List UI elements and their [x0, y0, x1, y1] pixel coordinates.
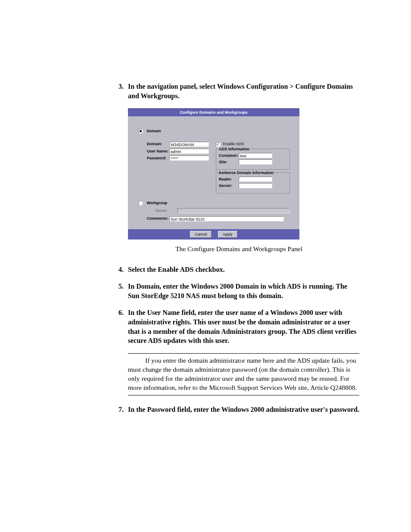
step-5: 5. In Domain, enter the Windows 2000 Dom…: [118, 282, 359, 300]
step-number: 7.: [118, 405, 128, 414]
step-text: In the Password field, enter the Windows…: [128, 405, 359, 414]
ads-information-fieldset: ADS Information Container: test Site:: [216, 149, 290, 170]
password-label: Password:: [147, 156, 169, 161]
panel-footer: Cancel Apply: [128, 229, 299, 240]
configure-panel-screenshot: Configure Domains and Workgroups Domain …: [128, 108, 299, 240]
site-input[interactable]: [239, 159, 272, 165]
domain-radio-row: Domain: [138, 128, 290, 134]
container-label: Container:: [219, 153, 239, 158]
kerberos-fieldset: Kerberos Domain Information Realm: Serve…: [216, 172, 290, 193]
site-label: Site:: [219, 159, 239, 165]
step-text: In Domain, enter the Windows 2000 Domain…: [128, 282, 359, 300]
step-7: 7. In the Password field, enter the Wind…: [118, 405, 359, 414]
panel-title: Configure Domains and Workgroups: [128, 109, 299, 116]
step-text: Select the Enable ADS checkbox.: [128, 265, 359, 274]
comments-label: Comments:: [147, 216, 169, 221]
container-input[interactable]: test: [239, 153, 272, 158]
step-4: 4. Select the Enable ADS checkbox.: [118, 265, 359, 274]
cancel-button[interactable]: Cancel: [190, 231, 212, 238]
document-page: 3. In the navigation panel, select Windo…: [0, 0, 411, 448]
workgroup-radio-label: Workgroup: [147, 201, 168, 205]
step-text: In the User Name field, enter the user n…: [128, 308, 359, 345]
apply-button[interactable]: Apply: [218, 231, 237, 238]
realm-label: Realm:: [219, 177, 239, 182]
domain-input[interactable]: W34DOMAIN: [169, 142, 209, 147]
step-6: 6. In the User Name field, enter the use…: [118, 308, 359, 345]
enable-ads-label: Enable ADS: [223, 142, 244, 146]
step-text: In the navigation panel, select Windows …: [128, 82, 359, 100]
password-input[interactable]: *****: [169, 156, 209, 161]
workgroup-radio[interactable]: [138, 201, 143, 205]
workgroup-radio-row: Workgroup: [138, 200, 290, 205]
step-number: 6.: [118, 308, 128, 317]
domain-radio-label: Domain: [147, 129, 161, 133]
step-number: 3.: [118, 82, 128, 91]
server-label: Server:: [219, 183, 239, 188]
server-input[interactable]: [239, 183, 272, 188]
figure-caption: The Configure Domains and Workgroups Pan…: [118, 245, 359, 254]
step-number: 5.: [118, 282, 128, 291]
username-label: User Name:: [147, 149, 169, 154]
username-input[interactable]: admin: [169, 149, 209, 154]
realm-input[interactable]: [239, 177, 272, 182]
domain-radio[interactable]: [138, 129, 143, 134]
kerberos-legend: Kerberos Domain Information: [218, 170, 274, 175]
name-label: Name:: [156, 208, 177, 213]
ads-information-legend: ADS Information: [218, 146, 250, 152]
note-block: If you enter the domain administrator na…: [128, 353, 359, 395]
domain-label: Domain:: [147, 141, 169, 146]
step-3: 3. In the navigation panel, select Windo…: [118, 82, 359, 100]
step-number: 4.: [118, 265, 128, 274]
comments-input[interactable]: Sun StorEdge 5210: [169, 216, 284, 221]
name-input: [177, 208, 290, 213]
